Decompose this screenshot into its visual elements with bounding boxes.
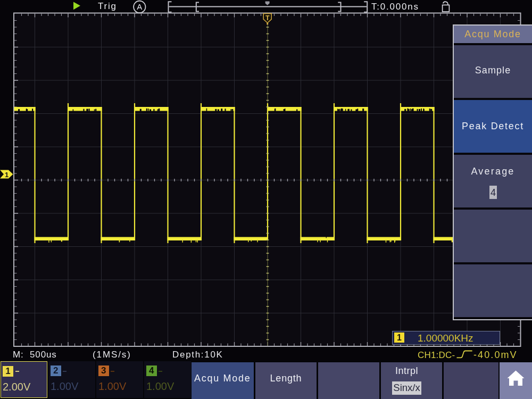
svg-text:A: A bbox=[137, 2, 142, 11]
svg-text:1: 1 bbox=[5, 171, 9, 179]
svg-text:T: T bbox=[265, 14, 270, 22]
